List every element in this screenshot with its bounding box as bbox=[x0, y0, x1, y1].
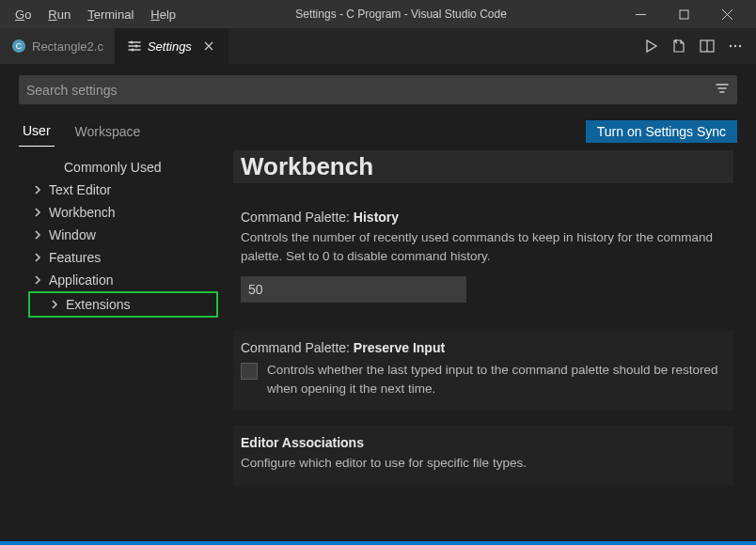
setting-description: Configure which editor to use for specif… bbox=[241, 454, 726, 473]
tabbar: C Rectangle2.c Settings bbox=[0, 28, 756, 64]
turn-on-settings-sync-button[interactable]: Turn on Settings Sync bbox=[586, 120, 737, 143]
svg-point-10 bbox=[739, 45, 741, 47]
window-title: Settings - C Program - Visual Studio Cod… bbox=[183, 8, 619, 21]
statusbar bbox=[0, 541, 756, 545]
chevron-right-icon bbox=[32, 274, 45, 286]
setting-command-palette-history: Command Palette: History Controls the nu… bbox=[233, 200, 733, 316]
tree-features[interactable]: Features bbox=[13, 246, 226, 269]
setting-description: Controls the number of recently used com… bbox=[241, 228, 726, 265]
settings-icon bbox=[127, 39, 142, 54]
menu-terminal[interactable]: Terminal bbox=[80, 4, 141, 25]
setting-command-palette-preserve-input: Command Palette: Preserve Input Controls… bbox=[233, 331, 733, 411]
chevron-right-icon bbox=[32, 184, 45, 195]
setting-label: Command Palette: History bbox=[241, 210, 726, 225]
chevron-right-icon bbox=[32, 207, 45, 218]
section-title: Workbench bbox=[233, 150, 733, 183]
chevron-right-icon bbox=[32, 252, 45, 263]
search-settings-bar bbox=[19, 75, 737, 104]
setting-label: Command Palette: Preserve Input bbox=[241, 340, 726, 355]
settings-content: Workbench Command Palette: History Contr… bbox=[226, 147, 756, 539]
maximize-button[interactable] bbox=[662, 0, 705, 28]
tab-label: Settings bbox=[148, 39, 192, 54]
search-settings-input[interactable] bbox=[26, 83, 715, 98]
settings-tree: Commonly Used Text Editor Workbench Wind… bbox=[0, 147, 226, 539]
filter-icon[interactable] bbox=[715, 81, 730, 99]
titlebar: Go Run Terminal Help Settings - C Progra… bbox=[0, 0, 756, 28]
tree-commonly-used[interactable]: Commonly Used bbox=[13, 156, 226, 179]
tree-application[interactable]: Application bbox=[13, 269, 226, 291]
scope-workspace[interactable]: Workspace bbox=[71, 117, 145, 147]
chevron-right-icon bbox=[49, 299, 62, 310]
tab-label: Rectangle2.c bbox=[32, 39, 103, 54]
run-icon[interactable] bbox=[643, 39, 658, 54]
tree-window[interactable]: Window bbox=[13, 224, 226, 246]
menu-run[interactable]: Run bbox=[40, 4, 78, 25]
svg-point-9 bbox=[734, 45, 736, 47]
menu-help[interactable]: Help bbox=[143, 4, 183, 25]
preserve-input-checkbox[interactable] bbox=[241, 363, 258, 380]
close-button[interactable] bbox=[705, 0, 748, 28]
tree-workbench[interactable]: Workbench bbox=[13, 201, 226, 224]
split-editor-icon[interactable] bbox=[700, 39, 715, 54]
svg-point-5 bbox=[131, 49, 134, 52]
svg-point-4 bbox=[134, 45, 137, 48]
tab-rectangle2-c[interactable]: C Rectangle2.c bbox=[0, 28, 116, 64]
close-icon[interactable] bbox=[201, 39, 216, 54]
menu-go[interactable]: Go bbox=[8, 4, 39, 25]
open-json-icon[interactable] bbox=[671, 39, 686, 54]
svg-point-8 bbox=[730, 45, 732, 47]
menubar: Go Run Terminal Help bbox=[8, 4, 183, 25]
history-input[interactable] bbox=[241, 276, 466, 303]
more-actions-icon[interactable] bbox=[728, 39, 743, 54]
minimize-button[interactable] bbox=[619, 0, 662, 28]
setting-label: Editor Associations bbox=[241, 435, 726, 450]
tab-settings[interactable]: Settings bbox=[116, 28, 228, 64]
setting-editor-associations: Editor Associations Configure which edit… bbox=[233, 426, 733, 486]
tree-text-editor[interactable]: Text Editor bbox=[13, 179, 226, 201]
svg-point-3 bbox=[130, 41, 133, 44]
setting-description: Controls whether the last typed input to… bbox=[267, 361, 726, 397]
tree-extensions[interactable]: Extensions bbox=[30, 293, 216, 316]
scope-user[interactable]: User bbox=[19, 116, 55, 147]
c-file-icon: C bbox=[11, 39, 26, 54]
svg-rect-0 bbox=[680, 10, 688, 19]
svg-text:C: C bbox=[16, 41, 23, 51]
chevron-right-icon bbox=[32, 229, 45, 241]
